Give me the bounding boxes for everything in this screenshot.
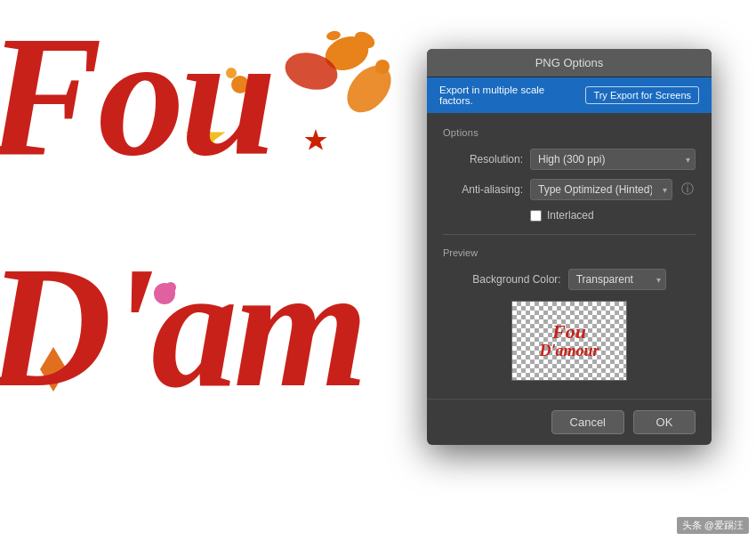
preview-line2: D'amour <box>539 343 599 360</box>
interlaced-label: Interlaced <box>547 209 594 222</box>
bg-select-wrapper: Transparent White Black Matte ▾ <box>568 269 666 290</box>
options-section-label: Options <box>443 127 696 138</box>
svg-point-9 <box>338 57 399 121</box>
preview-image-text: Fou D'amour <box>539 321 599 360</box>
preview-line1: Fou <box>539 321 599 343</box>
preview-section-label: Preview <box>443 247 696 258</box>
anti-aliasing-row: Anti-aliasing: None Art Optimized (Super… <box>443 179 696 200</box>
dialog-info-bar: Export in multiple scale factors. Try Ex… <box>427 77 712 113</box>
anti-aliasing-label: Anti-aliasing: <box>443 183 523 196</box>
watermark: 头条 @爱踢汪 <box>677 517 749 534</box>
svg-point-10 <box>375 60 390 74</box>
dialog-title: PNG Options <box>535 56 604 69</box>
anti-aliasing-info-icon[interactable]: ⓘ <box>680 182 696 198</box>
preview-image-container: Fou D'amour <box>511 301 627 381</box>
svg-point-0 <box>320 31 373 77</box>
ok-button[interactable]: OK <box>633 410 696 434</box>
interlaced-row: Interlaced <box>530 209 696 222</box>
dialog-title-bar: PNG Options <box>427 49 712 77</box>
resolution-row: Resolution: Screen (72 ppi) Medium (150 … <box>443 149 696 170</box>
artwork-text-line1: Fou <box>0 9 272 182</box>
svg-marker-8 <box>305 129 327 150</box>
resolution-select-wrapper: Screen (72 ppi) Medium (150 ppi) High (3… <box>530 149 696 170</box>
svg-point-2 <box>326 30 341 42</box>
try-export-button[interactable]: Try Export for Screens <box>585 86 699 104</box>
bg-color-label: Background Color: <box>472 273 560 286</box>
dialog-body: Options Resolution: Screen (72 ppi) Medi… <box>427 113 712 399</box>
resolution-select[interactable]: Screen (72 ppi) Medium (150 ppi) High (3… <box>530 149 696 170</box>
background-color-select[interactable]: Transparent White Black Matte <box>568 269 666 290</box>
svg-point-1 <box>352 28 378 52</box>
artwork-text-line2: D'am <box>0 240 364 414</box>
anti-aliasing-select[interactable]: None Art Optimized (Supersampling) Type … <box>530 179 672 200</box>
dialog-info-text: Export in multiple scale factors. <box>439 85 578 106</box>
dialog-footer: Cancel OK <box>427 399 712 445</box>
section-divider <box>443 234 696 235</box>
background-color-row: Background Color: Transparent White Blac… <box>443 269 696 290</box>
cancel-button[interactable]: Cancel <box>551 410 624 434</box>
svg-point-3 <box>281 47 342 95</box>
png-options-dialog: PNG Options Export in multiple scale fac… <box>427 49 712 445</box>
interlaced-checkbox[interactable] <box>530 210 542 222</box>
anti-aliasing-select-wrapper: None Art Optimized (Supersampling) Type … <box>530 179 672 200</box>
resolution-label: Resolution: <box>443 153 523 166</box>
